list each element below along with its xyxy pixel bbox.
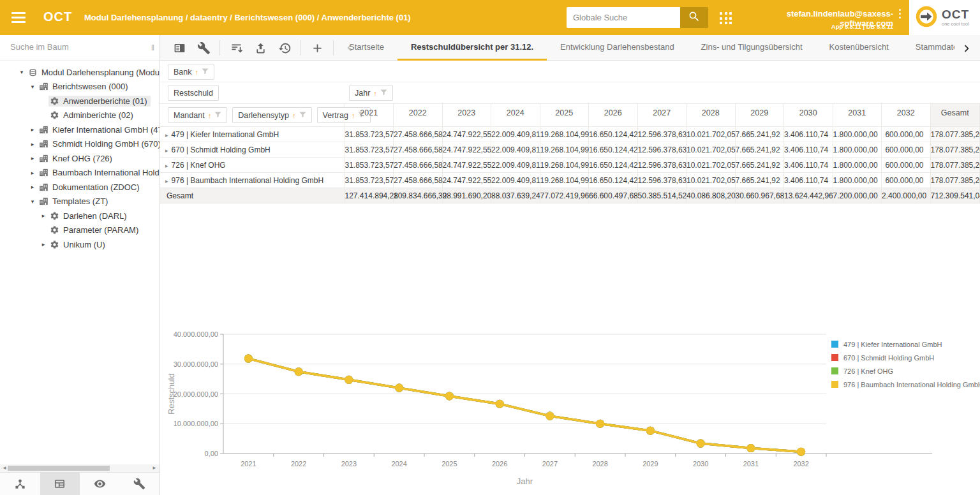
- total-column-header[interactable]: Gesamt: [930, 104, 980, 127]
- eye-icon[interactable]: [80, 473, 120, 495]
- apps-grid-icon[interactable]: [720, 12, 732, 25]
- tree-item[interactable]: Anwenderberichte (01): [0, 94, 160, 108]
- scroll-left-arrow[interactable]: ◄: [2, 464, 7, 472]
- filter-funnel-icon[interactable]: [299, 112, 306, 119]
- sort-asc-icon[interactable]: ↑: [208, 112, 212, 119]
- tree-expander-icon[interactable]: ▸: [27, 184, 38, 190]
- row-label[interactable]: ▸976 | Baumbach International Holding Gm…: [160, 173, 345, 188]
- global-search-input[interactable]: [567, 7, 680, 28]
- tree-expander-icon[interactable]: ▸: [27, 155, 38, 161]
- tab-startseite[interactable]: Startseite: [336, 35, 397, 61]
- report-tabs: StartseiteRestschuldübersicht per 31.12.…: [336, 35, 954, 61]
- row-label[interactable]: ▸726 | Knef OHG: [160, 158, 345, 173]
- tree-item[interactable]: Adminberichte (02): [0, 108, 160, 123]
- row-expander-icon[interactable]: ▸: [165, 132, 168, 138]
- tree-item-label: Anwenderberichte (01): [63, 96, 147, 106]
- tree-item[interactable]: ▾Templates (ZT): [0, 195, 160, 209]
- tree-expander-icon[interactable]: ▸: [38, 212, 48, 219]
- year-column-header[interactable]: 2026: [589, 104, 638, 127]
- global-search-button[interactable]: [680, 7, 708, 28]
- tree-expander-icon[interactable]: ▸: [27, 126, 38, 133]
- tabs-scroll-right-button[interactable]: [957, 39, 976, 58]
- tree-item[interactable]: ▸Unikum (U): [0, 237, 160, 252]
- wrench-icon[interactable]: [120, 473, 160, 495]
- scrollbar-thumb[interactable]: [8, 466, 110, 471]
- tree-expander-icon[interactable]: ▸: [27, 170, 38, 176]
- add-icon[interactable]: [307, 38, 327, 58]
- tree-expander-icon[interactable]: ▾: [17, 69, 27, 75]
- tree-item-content: Kiefer International GmbH (479: [38, 124, 160, 135]
- scroll-right-arrow[interactable]: ►: [152, 464, 157, 472]
- filter-funnel-icon[interactable]: [214, 112, 221, 119]
- hierarchy-icon[interactable]: [0, 473, 40, 495]
- value-cell: 3.406.110,74: [784, 173, 833, 188]
- history-icon[interactable]: [274, 38, 295, 58]
- tree-expander-icon[interactable]: ▾: [27, 198, 38, 205]
- year-column-header[interactable]: 2025: [540, 104, 589, 127]
- value-cell: 600.000,00: [882, 127, 931, 142]
- row-expander-icon[interactable]: ▸: [165, 163, 168, 169]
- tab-zins-und-tilgungsübersicht[interactable]: Zins- und Tilgungsübersicht: [688, 35, 816, 61]
- tree-item-content: Anwenderberichte (01): [48, 96, 151, 107]
- row-expander-icon[interactable]: ▸: [165, 147, 168, 154]
- svg-text:10.000.000,00: 10.000.000,00: [174, 420, 218, 427]
- tree-item[interactable]: ▸Baumbach International Holdin: [0, 166, 160, 181]
- year-column-header[interactable]: 2024: [491, 104, 540, 127]
- row-expander-icon[interactable]: ▸: [165, 178, 168, 184]
- field-chip-jahr[interactable]: Jahr↑: [349, 85, 393, 101]
- tree-item[interactable]: ▸Darlehen (DARL): [0, 209, 160, 223]
- year-column-header[interactable]: 2030: [784, 104, 833, 127]
- tree-horizontal-scrollbar[interactable]: ◄ ►: [0, 464, 160, 472]
- sort-asc-icon[interactable]: ↑: [292, 112, 296, 119]
- year-column-header[interactable]: 2029: [735, 104, 784, 127]
- sort-asc-icon[interactable]: ↑: [373, 89, 377, 97]
- navigation-tree: ▾Modul Darlehensplanung (Modul_▾Berichts…: [0, 61, 160, 464]
- sort-asc-icon[interactable]: ↑: [352, 112, 355, 119]
- value-cell: 3.406.110,74: [784, 127, 833, 142]
- svg-text:20.000.000,00: 20.000.000,00: [174, 390, 218, 398]
- svg-text:2030: 2030: [693, 460, 708, 468]
- tree-expander-icon[interactable]: ▸: [27, 141, 38, 147]
- tree-expander-icon[interactable]: ▸: [38, 241, 48, 247]
- field-chip-bank[interactable]: Bank↑: [168, 64, 214, 80]
- year-column-header[interactable]: 2027: [637, 104, 687, 127]
- collapse-rows-icon[interactable]: [226, 38, 246, 58]
- tree-item[interactable]: ▸Dokumentation (ZDOC): [0, 180, 160, 195]
- sort-asc-icon[interactable]: ↑: [195, 68, 199, 76]
- year-column-header[interactable]: 2031: [833, 104, 882, 127]
- kebab-menu-icon[interactable]: [896, 9, 903, 20]
- hamburger-menu-icon[interactable]: [11, 12, 27, 24]
- tab-kostenübersicht[interactable]: Kostenübersicht: [816, 35, 902, 61]
- tree-item[interactable]: ▾Modul Darlehensplanung (Modul_: [0, 65, 160, 80]
- filter-funnel-icon[interactable]: [380, 89, 387, 96]
- row-label[interactable]: ▸479 | Kiefer International GmbH: [160, 127, 345, 142]
- report-icon[interactable]: [169, 38, 189, 58]
- field-chip-restschuld[interactable]: Restschuld: [168, 85, 219, 101]
- tab-entwicklung-darlehensbestand[interactable]: Entwicklung Darlehensbestand: [547, 35, 688, 61]
- field-chip-mandant[interactable]: Mandant↑: [168, 107, 227, 123]
- tab-restschuldübersicht-per-31-12[interactable]: Restschuldübersicht per 31.12.: [397, 35, 547, 61]
- tree-expander-icon[interactable]: ▾: [27, 84, 38, 90]
- year-column-header[interactable]: 2032: [882, 104, 931, 127]
- field-chip-darlehensytyp[interactable]: Darlehensytyp↑: [232, 107, 311, 123]
- tree-item[interactable]: ▸Schmidt Holding GmbH (670): [0, 137, 160, 152]
- year-column-header[interactable]: 2022: [394, 104, 443, 127]
- tree-item[interactable]: ▾Berichtswesen (000): [0, 80, 160, 94]
- row-label[interactable]: ▸670 | Schmidt Holding GmbH: [160, 142, 345, 158]
- legend-label: 726 | Knef OHG: [843, 367, 893, 375]
- tree-item[interactable]: ▸Knef OHG (726): [0, 151, 160, 166]
- table-icon[interactable]: [40, 473, 80, 495]
- tree-item[interactable]: Parameter (PARAM): [0, 223, 160, 238]
- value-cell: 7.665.241,92: [735, 173, 784, 188]
- value-cell: 16.650.124,42: [589, 142, 638, 158]
- sidebar-resize-handle[interactable]: ‖: [151, 43, 154, 52]
- tab-stammdaten[interactable]: Stammdaten: [902, 35, 954, 61]
- filter-funnel-icon[interactable]: [202, 68, 209, 75]
- year-column-header[interactable]: 2028: [687, 104, 736, 127]
- year-column-header[interactable]: 2023: [442, 104, 491, 127]
- svg-text:2031: 2031: [743, 460, 759, 468]
- tree-search-input[interactable]: [10, 42, 138, 52]
- wrench-icon[interactable]: [193, 38, 214, 58]
- export-icon[interactable]: [250, 38, 271, 58]
- tree-item[interactable]: ▸Kiefer International GmbH (479: [0, 122, 160, 137]
